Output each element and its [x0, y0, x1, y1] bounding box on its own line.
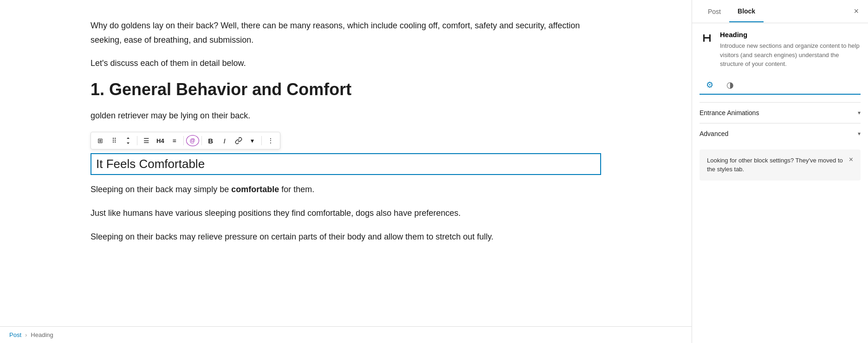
toolbar-more-rich-btn[interactable]: ▾: [246, 134, 259, 147]
intro-paragraph-2: Let's discuss each of them in detail bel…: [91, 56, 601, 71]
sidebar-body: Heading Introduce new sections and organ…: [692, 23, 868, 343]
breadcrumb-post[interactable]: Post: [9, 331, 21, 338]
toolbar-divider-2: [183, 136, 184, 145]
block-description: Introduce new sections and organize cont…: [720, 41, 861, 69]
toolbar-text-align-btn[interactable]: ≡: [168, 134, 181, 147]
notice-box: Looking for other block settings? They'v…: [700, 149, 861, 181]
chevron-down-icon-advanced: ▾: [858, 130, 861, 137]
section-heading: 1. General Behavior and Comfort: [91, 80, 601, 99]
body-paragraph-2: Just like humans have various sleeping p…: [91, 206, 601, 220]
active-heading-block[interactable]: It Feels Comfortable: [91, 153, 601, 175]
toolbar-divider-3: [201, 136, 202, 145]
intro-paragraph-1: Why do goldens lay on their back? Well, …: [91, 19, 601, 47]
notice-text: Looking for other block settings? They'v…: [707, 156, 845, 174]
accordion-entrance-animations: Entrance Animations ▾: [700, 102, 861, 123]
toolbar-drag-handle-btn[interactable]: ⠿: [108, 134, 121, 147]
svg-rect-2: [709, 34, 711, 42]
block-info: Heading Introduce new sections and organ…: [700, 31, 861, 69]
sidebar-inner-tabs: ⚙ ◑: [700, 76, 861, 95]
sidebar-header: Post Block ×: [692, 0, 868, 23]
notice-close-button[interactable]: ×: [849, 156, 853, 163]
body-paragraph-3: Sleeping on their backs may relieve pres…: [91, 230, 601, 244]
heading-text: General Behavior and Comfort: [109, 80, 351, 99]
toolbar-block-icon-btn[interactable]: ⊞: [94, 134, 107, 147]
bold-text: comfortable: [231, 185, 279, 194]
toolbar-link-btn[interactable]: [232, 134, 245, 147]
context-paragraph: golden retriever may be lying on their b…: [91, 109, 601, 123]
accordion-advanced: Advanced ▾: [700, 123, 861, 144]
sidebar-close-button[interactable]: ×: [852, 5, 861, 18]
chevron-down-icon-entrance: ▾: [858, 110, 861, 116]
accordion-entrance-label: Entrance Animations: [700, 109, 759, 116]
accordion-advanced-label: Advanced: [700, 130, 728, 137]
editor-content: Why do goldens lay on their back? Well, …: [91, 19, 601, 244]
gear-icon: ⚙: [706, 80, 713, 90]
toolbar-heading-level-btn[interactable]: H4: [154, 134, 167, 147]
toolbar-divider-4: [261, 136, 262, 145]
block-info-text: Heading Introduce new sections and organ…: [720, 31, 861, 69]
editor-area: Why do goldens lay on their back? Well, …: [0, 0, 692, 343]
status-bar: Post › Heading: [0, 326, 692, 343]
tab-block[interactable]: Block: [729, 1, 764, 22]
heading-block-icon: [700, 31, 714, 45]
heading-number: 1.: [91, 80, 104, 99]
sidebar: Post Block × Heading Introduce new secti…: [692, 0, 868, 343]
breadcrumb-separator: ›: [25, 331, 27, 338]
toolbar-bold-btn[interactable]: B: [204, 134, 217, 147]
accordion-entrance-animations-toggle[interactable]: Entrance Animations ▾: [700, 103, 861, 123]
editor-scroll[interactable]: Why do goldens lay on their back? Well, …: [0, 0, 692, 326]
contrast-icon: ◑: [726, 80, 734, 90]
tab-styles-icon[interactable]: ◑: [720, 76, 740, 94]
toolbar-mention-btn[interactable]: @: [186, 135, 199, 146]
block-title: Heading: [720, 31, 861, 39]
body-paragraph-1: Sleeping on their back may simply be com…: [91, 182, 601, 197]
toolbar-move-btn[interactable]: [122, 134, 135, 147]
sidebar-tabs: Post Block: [700, 1, 764, 22]
breadcrumb-heading: Heading: [31, 331, 53, 338]
toolbar-align-btn[interactable]: ☰: [140, 134, 153, 147]
toolbar-divider-1: [137, 136, 137, 145]
tab-settings-icon[interactable]: ⚙: [700, 76, 720, 95]
toolbar-italic-btn[interactable]: I: [218, 134, 231, 147]
toolbar-options-btn[interactable]: ⋮: [264, 134, 277, 147]
accordion-advanced-toggle[interactable]: Advanced ▾: [700, 123, 861, 144]
block-toolbar: ⊞ ⠿ ☰ H4 ≡ @ B I: [91, 132, 280, 149]
tab-post[interactable]: Post: [700, 1, 729, 22]
